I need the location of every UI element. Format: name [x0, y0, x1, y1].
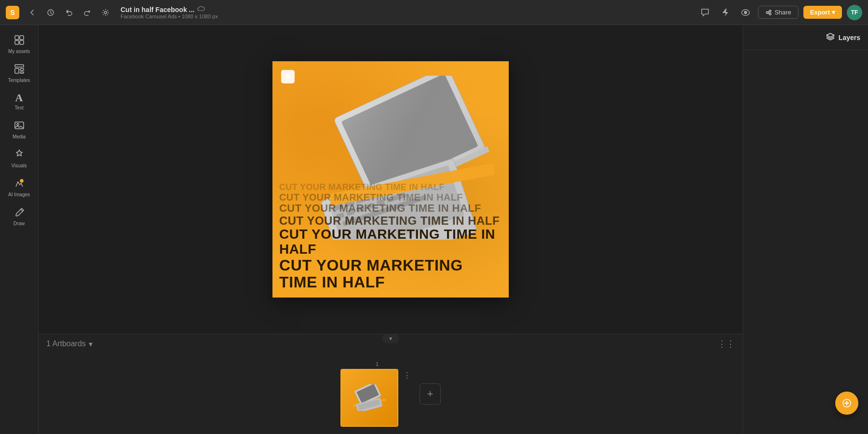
export-chevron: ▾: [832, 9, 835, 16]
svg-rect-10: [15, 65, 24, 67]
svg-rect-8: [15, 41, 19, 44]
visuals-icon: [14, 149, 25, 161]
sidebar-label-draw: Draw: [14, 221, 25, 226]
title-section: Cut in half Facebook ... Facebook Carous…: [121, 6, 693, 19]
undo-button[interactable]: [62, 5, 76, 20]
artboards-label-text: 1 Artboards: [46, 339, 86, 348]
assets-icon: [14, 35, 25, 47]
document-subtitle: Facebook Carousel Ads • 1080 x 1080 px: [121, 14, 693, 19]
svg-rect-13: [20, 72, 24, 73]
share-button[interactable]: Share: [758, 6, 799, 19]
svg-rect-9: [20, 41, 24, 44]
filmstrip: 1 Artboards ▾ ⋮⋮ 1: [39, 334, 743, 434]
canvas-viewport[interactable]: CUT YOUR MARKETING TIME IN HALF CUT YOUR…: [39, 25, 743, 334]
share-label: Share: [774, 9, 791, 16]
ai-images-icon: [14, 178, 25, 190]
cloud-icon: [197, 6, 205, 13]
sidebar-item-templates[interactable]: Templates: [2, 60, 36, 87]
export-button[interactable]: Export ▾: [803, 6, 842, 19]
sidebar-label-visuals: Visuals: [11, 163, 27, 168]
svg-point-16: [20, 179, 23, 182]
canvas-area: CUT YOUR MARKETING TIME IN HALF CUT YOUR…: [39, 25, 743, 434]
sidebar-item-ai-images[interactable]: AI Images: [2, 174, 36, 201]
draw-icon: [14, 207, 25, 219]
layers-title: Layers: [826, 33, 860, 42]
canvas-chevron-btn[interactable]: ▾: [382, 334, 399, 343]
document-title: Cut in half Facebook ...: [121, 6, 194, 14]
back-button[interactable]: [25, 5, 40, 20]
floating-action-button[interactable]: [835, 392, 858, 415]
topbar-right: Share Export ▾ TF: [697, 5, 862, 20]
canvas-text-row-6: CUT YOUR MARKETING TIME IN HALF: [279, 257, 502, 291]
preview-button[interactable]: [738, 5, 753, 20]
templates-icon: [14, 64, 25, 76]
canvas-text-row-1: CUT YOUR MARKETING TIME IN HALF: [279, 183, 502, 192]
artboards-chevron: ▾: [89, 339, 93, 349]
svg-rect-7: [20, 36, 24, 40]
svg-rect-11: [15, 68, 19, 73]
canvas-text-row-2: CUT YOUR MARKETING TIME IN HALF: [279, 192, 502, 203]
svg-point-3: [745, 11, 747, 14]
canvas-brand-logo: [281, 70, 295, 83]
sidebar-label-templates: Templates: [8, 78, 30, 83]
bolt-button[interactable]: [718, 5, 733, 20]
sidebar-item-my-assets[interactable]: My assets: [2, 31, 36, 58]
media-icon: [14, 120, 25, 132]
right-panel-header: Layers: [743, 25, 868, 50]
canvas-text-row-4: CUT YOUR MARKETING TIME IN HALF: [279, 215, 502, 227]
right-panel: Layers: [743, 25, 868, 434]
sidebar-item-draw[interactable]: Draw: [2, 203, 36, 230]
artboards-dropdown[interactable]: 1 Artboards ▾: [46, 339, 93, 349]
sidebar-item-media[interactable]: Media: [2, 116, 36, 143]
canvas-text-row-3: CUT YOUR MARKETING TIME IN HALF: [279, 203, 502, 214]
filmstrip-content: 1: [39, 353, 743, 434]
sidebar-label-text: Text: [14, 105, 23, 110]
filmstrip-frame-inner: [341, 370, 397, 426]
sidebar-item-text[interactable]: A Text: [2, 89, 36, 114]
export-label: Export: [810, 9, 830, 16]
design-canvas[interactable]: CUT YOUR MARKETING TIME IN HALF CUT YOUR…: [272, 61, 509, 298]
main-area: My assets Templates A Text Media Visuals: [0, 25, 868, 434]
canvas-text-row-5: CUT YOUR MARKETING TIME IN HALF: [279, 227, 502, 257]
topbar: S Cut in half Facebook ... Facebook Caro…: [0, 0, 868, 25]
sidebar-label-my-assets: My assets: [8, 49, 30, 54]
filmstrip-frame-1[interactable]: [340, 369, 398, 427]
svg-rect-6: [15, 36, 19, 40]
sidebar-label-media: Media: [13, 134, 26, 139]
filmstrip-more-button[interactable]: ⋮: [400, 369, 414, 382]
svg-rect-12: [20, 68, 24, 70]
avatar[interactable]: TF: [847, 5, 862, 20]
sidebar-item-visuals[interactable]: Visuals: [2, 145, 36, 172]
svg-point-15: [17, 123, 19, 125]
sidebar-label-ai-images: AI Images: [8, 192, 30, 197]
sidebar: My assets Templates A Text Media Visuals: [0, 25, 39, 434]
settings-button[interactable]: [98, 5, 113, 20]
layers-icon: [826, 33, 835, 42]
layers-panel-title: Layers: [839, 34, 860, 41]
canvas-text-section: CUT YOUR MARKETING TIME IN HALF CUT YOUR…: [272, 178, 509, 298]
filmstrip-add-button[interactable]: +: [420, 383, 441, 405]
filmstrip-grid-button[interactable]: ⋮⋮: [718, 339, 735, 349]
redo-button[interactable]: [80, 5, 95, 20]
filmstrip-frame-number: 1: [376, 361, 379, 367]
filmstrip-frame-wrapper: 1: [340, 361, 414, 427]
svg-point-1: [105, 11, 107, 14]
text-icon: A: [15, 93, 23, 103]
comment-button[interactable]: [697, 5, 713, 20]
app-logo[interactable]: S: [6, 6, 19, 19]
history-button[interactable]: [43, 5, 58, 20]
